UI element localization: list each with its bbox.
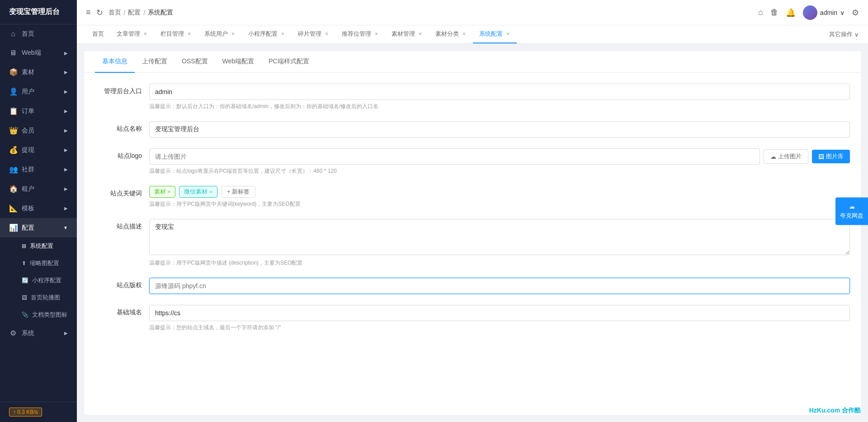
breadcrumb-sep2: / (143, 9, 145, 16)
home-nav-icon[interactable]: ⌂ (758, 8, 763, 17)
sidebar-item-config[interactable]: 📊 配置 ▼ (0, 218, 77, 237)
tab-sys-config[interactable]: 系统配置 × (473, 25, 517, 43)
gallery-button[interactable]: 🖼 图片库 (812, 150, 850, 163)
tab-column[interactable]: 栏目管理 × (154, 25, 198, 43)
sidebar-item-member[interactable]: 👑 会员 ▶ (0, 121, 77, 140)
site-logo-label: 站点logo (95, 148, 149, 160)
tab-column-close[interactable]: × (187, 31, 192, 37)
sidebar-sub-item-doc-icon[interactable]: 📎 文档类型图标 (0, 306, 77, 323)
sidebar-sub-item-system-config[interactable]: ⊞ 系统配置 (0, 237, 77, 255)
sub-tab-web[interactable]: Web端配置 (215, 51, 262, 73)
template-icon: 📐 (9, 204, 17, 213)
sidebar-item-community[interactable]: 👥 社群 ▶ (0, 160, 77, 179)
tag-wechat-material[interactable]: 微信素材 × (179, 186, 217, 198)
sidebar-item-system[interactable]: ⚙ 系统 ▶ (0, 323, 77, 343)
tab-sys-config-close[interactable]: × (505, 31, 510, 37)
tag-wechat-close[interactable]: × (209, 189, 212, 194)
watermark: HzKu.com 合作酷 (809, 407, 861, 415)
breadcrumb-home[interactable]: 首页 (108, 9, 121, 17)
tab-sysuser[interactable]: 系统用户 × (198, 25, 242, 43)
tab-material-mgmt[interactable]: 素材管理 × (385, 25, 429, 43)
tab-material-cat-close[interactable]: × (462, 31, 467, 37)
site-copyright-input[interactable] (149, 278, 850, 294)
tab-material-mgmt-close[interactable]: × (418, 31, 423, 37)
sidebar-sub-label-doc: 文档类型图标 (32, 311, 67, 319)
sidebar-item-order[interactable]: 📋 订单 ▶ (0, 101, 77, 121)
site-name-input[interactable] (149, 121, 850, 138)
delete-icon[interactable]: 🗑 (770, 8, 778, 17)
admin-entrance-hint: 温馨提示：默认后台入口为：你的基础域名/admin，修改后则为：你的基础域名/修… (149, 103, 850, 110)
tab-home-label: 首页 (92, 30, 104, 38)
sidebar-item-label-material: 素材 (22, 68, 34, 76)
sidebar-item-home[interactable]: ⌂ 首页 (0, 24, 77, 43)
base-domain-input[interactable] (149, 305, 850, 321)
tab-fragment-close[interactable]: × (324, 31, 329, 37)
user-info[interactable]: admin ∨ (803, 5, 844, 20)
bell-icon[interactable]: 🔔 (786, 8, 796, 18)
form-row-site-copyright: 站点版权 (95, 278, 850, 294)
member-arrow-icon: ▶ (64, 128, 68, 133)
site-desc-label: 站点描述 (95, 219, 149, 231)
sidebar-item-label-system: 系统 (22, 329, 34, 337)
material-arrow-icon: ▶ (64, 70, 68, 75)
tab-article-label: 文章管理 (117, 30, 140, 38)
sidebar-item-user[interactable]: 👤 用户 ▶ (0, 82, 77, 101)
tab-article-close[interactable]: × (143, 31, 148, 37)
gallery-icon: 🖼 (818, 153, 824, 160)
upload-img-button[interactable]: ☁ 上传图片 (764, 149, 808, 164)
material-icon: 📦 (9, 68, 17, 76)
tab-material-cat[interactable]: 素材分类 × (429, 25, 473, 43)
sub-tab-oss[interactable]: OSS配置 (175, 51, 215, 73)
sidebar-item-template[interactable]: 📐 模板 ▶ (0, 199, 77, 218)
sub-tab-basic[interactable]: 基本信息 (95, 51, 135, 73)
tag-wechat-text: 微信素材 (184, 188, 208, 196)
logo-url-input[interactable] (149, 148, 760, 165)
topbar-right: ⌂ 🗑 🔔 admin ∨ ⚙ (758, 5, 859, 20)
tab-miniapp-close[interactable]: × (280, 31, 285, 37)
tab-more[interactable]: 其它操作 ∨ (829, 26, 859, 43)
sidebar-item-web[interactable]: 🖥 Web端 ▶ (0, 43, 77, 62)
admin-entrance-input[interactable] (149, 84, 850, 100)
site-desc-textarea[interactable]: 变现宝 (149, 219, 850, 255)
tag-material[interactable]: 素材 × (149, 186, 175, 198)
breadcrumb-sep1: / (124, 9, 126, 16)
thumbnail-icon: ⬆ (22, 260, 26, 266)
tab-sysuser-close[interactable]: × (231, 31, 236, 37)
logo-upload-row: ☁ 上传图片 🖼 图片库 (149, 148, 850, 165)
sub-tab-pc-style[interactable]: PC端样式配置 (261, 51, 316, 73)
sidebar-sub-item-banner[interactable]: 🖼 首页轮播图 (0, 289, 77, 306)
tab-article[interactable]: 文章管理 × (110, 25, 154, 43)
form-row-site-desc: 站点描述 变现宝 温馨提示：用于PC版网页中描述 (description)，主… (95, 219, 850, 267)
tenant-icon: 🏠 (9, 185, 17, 193)
system-config-icon: ⊞ (22, 243, 26, 249)
sidebar-item-material[interactable]: 📦 素材 ▶ (0, 62, 77, 82)
settings-icon[interactable]: ⚙ (852, 8, 859, 18)
avatar[interactable] (803, 5, 817, 20)
admin-entrance-label: 管理后台入口 (95, 84, 149, 95)
tab-home[interactable]: 首页 (86, 25, 110, 43)
tab-recommend[interactable]: 推荐位管理 × (335, 25, 385, 43)
sidebar-sub-item-thumbnail[interactable]: ⬆ 缩略图配置 (0, 255, 77, 272)
add-tag-button[interactable]: + 新标签 (221, 186, 255, 198)
base-domain-label: 基础域名 (95, 305, 149, 317)
tab-miniapp[interactable]: 小程序配置 × (242, 25, 292, 43)
order-arrow-icon: ▶ (64, 109, 68, 114)
refresh-icon[interactable]: ↻ (96, 8, 103, 18)
menu-toggle-icon[interactable]: ≡ (86, 8, 91, 17)
sidebar-item-withdraw[interactable]: 💰 提现 ▶ (0, 140, 77, 160)
sidebar-logo: 变现宝管理后台 (0, 0, 77, 24)
sidebar-sub-item-miniapp[interactable]: 🔄 小程序配置 (0, 272, 77, 289)
tag-material-close[interactable]: × (168, 189, 170, 194)
float-btn-quark[interactable]: ☁ 夸克网盘 (835, 197, 868, 225)
site-copyright-label: 站点版权 (95, 278, 149, 289)
sub-tab-upload[interactable]: 上传配置 (135, 51, 175, 73)
sidebar-item-tenant[interactable]: 🏠 租户 ▶ (0, 179, 77, 199)
form-row-admin-entrance: 管理后台入口 温馨提示：默认后台入口为：你的基础域名/admin，修改后则为：你… (95, 84, 850, 110)
form-row-base-domain: 基础域名 温馨提示：您的站点主域名，最后一个字符请勿添加 "/" (95, 305, 850, 332)
tab-recommend-close[interactable]: × (374, 31, 379, 37)
config-arrow-icon: ▼ (63, 225, 68, 230)
sidebar-item-label-withdraw: 提现 (22, 146, 34, 154)
tab-fragment[interactable]: 碎片管理 × (292, 25, 335, 43)
breadcrumb-config[interactable]: 配置 (128, 9, 141, 17)
sidebar-item-label-template: 模板 (22, 204, 34, 213)
